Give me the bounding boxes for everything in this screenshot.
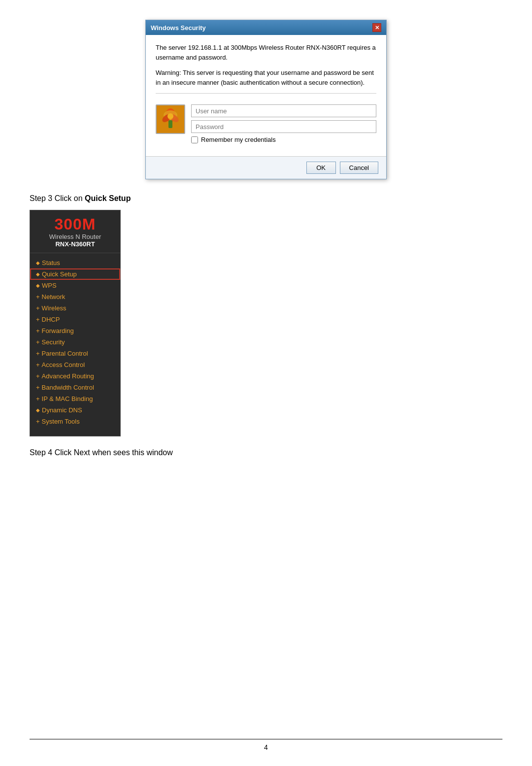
menu-label: Parental Control: [42, 350, 88, 357]
menu-label: Access Control: [42, 361, 85, 368]
menu-label: Advanced Routing: [42, 372, 94, 380]
menu-item-advanced-routing[interactable]: + Advanced Routing: [30, 370, 120, 382]
router-menu: ◆ Status ◆ Quick Setup ◆ WPS + Network +…: [30, 253, 120, 431]
menu-item-status[interactable]: ◆ Status: [30, 257, 120, 268]
menu-item-system-tools[interactable]: + System Tools: [30, 416, 120, 427]
menu-item-forwarding[interactable]: + Forwarding: [30, 325, 120, 336]
menu-item-quick-setup[interactable]: ◆ Quick Setup: [30, 268, 120, 280]
menu-label: Bandwidth Control: [42, 384, 94, 391]
user-icon: [156, 104, 185, 134]
menu-item-access-control[interactable]: + Access Control: [30, 359, 120, 370]
router-panel-wrapper: 300M Wireless N Router RNX-N360RT ◆ Stat…: [30, 210, 502, 436]
menu-item-dynamic-dns[interactable]: ◆ Dynamic DNS: [30, 404, 120, 416]
svg-rect-6: [168, 120, 172, 128]
plus-icon: +: [36, 338, 40, 346]
dialog-close-button[interactable]: ✕: [372, 23, 381, 32]
step4-text: Step 4 Click Next when sees this window: [30, 448, 502, 457]
plus-icon: +: [36, 304, 40, 312]
dialog-message2: Warning: This server is requesting that …: [156, 68, 376, 87]
windows-security-dialog: Windows Security ✕ The server 192.168.1.…: [145, 20, 387, 179]
menu-label: WPS: [42, 282, 57, 289]
menu-label: Quick Setup: [42, 270, 77, 278]
menu-item-wireless[interactable]: + Wireless: [30, 302, 120, 314]
menu-item-dhcp[interactable]: + DHCP: [30, 314, 120, 325]
menu-label: Forwarding: [42, 327, 74, 334]
dialog-message1: The server 192.168.1.1 at 300Mbps Wirele…: [156, 43, 376, 62]
dialog-wrapper: Windows Security ✕ The server 192.168.1.…: [30, 20, 502, 179]
router-model: 300M: [34, 216, 116, 232]
dialog-divider: [156, 93, 376, 94]
dialog-titlebar: Windows Security ✕: [146, 20, 386, 35]
credentials-area: Remember my credentials: [156, 100, 376, 148]
menu-item-network[interactable]: + Network: [30, 291, 120, 302]
menu-item-security[interactable]: + Security: [30, 336, 120, 348]
menu-label: Wireless: [42, 304, 66, 312]
plus-icon: +: [36, 316, 40, 323]
menu-label: IP & MAC Binding: [42, 395, 93, 402]
svg-point-5: [167, 113, 173, 119]
menu-label: Security: [42, 338, 65, 346]
step3-bold: Quick Setup: [85, 194, 131, 202]
dialog-body: The server 192.168.1.1 at 300Mbps Wirele…: [146, 35, 386, 156]
plus-icon: +: [36, 418, 40, 425]
router-name: RNX-N360RT: [34, 240, 116, 248]
menu-item-ip-mac-binding[interactable]: + IP & MAC Binding: [30, 393, 120, 404]
plus-icon: +: [36, 372, 40, 380]
dialog-footer: OK Cancel: [146, 156, 386, 179]
router-panel: 300M Wireless N Router RNX-N360RT ◆ Stat…: [30, 210, 121, 436]
password-input[interactable]: [191, 120, 376, 133]
ok-button[interactable]: OK: [306, 162, 336, 174]
cancel-button[interactable]: Cancel: [340, 162, 378, 174]
menu-item-bandwidth-control[interactable]: + Bandwidth Control: [30, 382, 120, 393]
page-footer: 4: [30, 739, 502, 751]
plus-icon: +: [36, 384, 40, 391]
router-header: 300M Wireless N Router RNX-N360RT: [30, 210, 120, 253]
router-subtitle: Wireless N Router: [34, 233, 116, 240]
plus-icon: +: [36, 293, 40, 300]
bullet-icon: ◆: [36, 271, 40, 277]
remember-checkbox[interactable]: [191, 136, 198, 143]
bullet-icon: ◆: [36, 260, 40, 266]
step3-prefix: Step 3 Click on: [30, 194, 85, 202]
bullet-icon: ◆: [36, 407, 40, 413]
menu-label: System Tools: [42, 418, 80, 425]
bullet-icon: ◆: [36, 283, 40, 288]
menu-item-parental-control[interactable]: + Parental Control: [30, 348, 120, 359]
menu-label: Network: [42, 293, 66, 300]
plus-icon: +: [36, 327, 40, 334]
plus-icon: +: [36, 361, 40, 368]
remember-row: Remember my credentials: [191, 136, 376, 143]
menu-label: DHCP: [42, 316, 60, 323]
menu-item-wps[interactable]: ◆ WPS: [30, 280, 120, 291]
footer-divider: [30, 739, 502, 739]
remember-label: Remember my credentials: [201, 136, 276, 143]
menu-label: Status: [42, 259, 60, 266]
username-input[interactable]: [191, 104, 376, 117]
menu-label: Dynamic DNS: [42, 406, 82, 414]
fields-area: Remember my credentials: [191, 104, 376, 143]
step3-text: Step 3 Click on Quick Setup: [30, 194, 502, 203]
plus-icon: +: [36, 350, 40, 357]
flower-icon: [157, 105, 184, 133]
dialog-title: Windows Security: [151, 24, 206, 32]
plus-icon: +: [36, 395, 40, 402]
page-number: 4: [30, 743, 502, 751]
